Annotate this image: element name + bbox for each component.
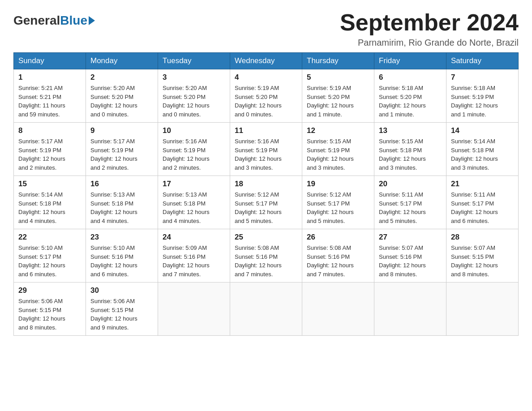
table-row: 10Sunrise: 5:16 AMSunset: 5:19 PMDayligh…	[158, 123, 230, 176]
day-number: 18	[235, 180, 297, 188]
calendar-title: September 2024	[340, 9, 519, 36]
day-info: Sunrise: 5:16 AMSunset: 5:19 PMDaylight:…	[235, 137, 297, 172]
day-number: 21	[451, 180, 514, 188]
table-row: 26Sunrise: 5:08 AMSunset: 5:16 PMDayligh…	[302, 229, 374, 283]
day-number: 14	[451, 126, 514, 135]
day-info: Sunrise: 5:18 AMSunset: 5:20 PMDaylight:…	[379, 84, 442, 119]
table-row: 24Sunrise: 5:09 AMSunset: 5:16 PMDayligh…	[158, 229, 230, 283]
table-row: 8Sunrise: 5:17 AMSunset: 5:19 PMDaylight…	[14, 123, 86, 176]
day-number: 24	[163, 233, 225, 242]
day-info: Sunrise: 5:10 AMSunset: 5:17 PMDaylight:…	[18, 244, 81, 278]
table-row: 7Sunrise: 5:18 AMSunset: 5:19 PMDaylight…	[446, 69, 519, 123]
table-row: 11Sunrise: 5:16 AMSunset: 5:19 PMDayligh…	[230, 123, 302, 176]
day-info: Sunrise: 5:15 AMSunset: 5:18 PMDaylight:…	[379, 137, 442, 172]
calendar-body: 1Sunrise: 5:21 AMSunset: 5:21 PMDaylight…	[14, 69, 519, 336]
table-row: 16Sunrise: 5:13 AMSunset: 5:18 PMDayligh…	[86, 176, 158, 229]
week-row-3: 15Sunrise: 5:14 AMSunset: 5:18 PMDayligh…	[14, 176, 519, 229]
table-row: 27Sunrise: 5:07 AMSunset: 5:16 PMDayligh…	[374, 229, 446, 283]
calendar-table: Sunday Monday Tuesday Wednesday Thursday…	[13, 52, 519, 336]
day-info: Sunrise: 5:13 AMSunset: 5:18 PMDaylight:…	[163, 190, 225, 225]
day-number: 8	[18, 126, 81, 135]
day-info: Sunrise: 5:11 AMSunset: 5:17 PMDaylight:…	[451, 190, 514, 225]
col-header-friday: Friday	[374, 53, 446, 69]
col-header-monday: Monday	[86, 53, 158, 69]
col-header-saturday: Saturday	[446, 53, 519, 69]
day-number: 10	[163, 126, 225, 135]
day-number: 26	[307, 233, 369, 242]
day-number: 12	[307, 126, 369, 135]
day-info: Sunrise: 5:07 AMSunset: 5:15 PMDaylight:…	[451, 244, 514, 278]
day-info: Sunrise: 5:13 AMSunset: 5:18 PMDaylight:…	[90, 190, 153, 225]
day-number: 11	[235, 126, 297, 135]
logo: General Blue	[13, 13, 95, 28]
day-info: Sunrise: 5:12 AMSunset: 5:17 PMDaylight:…	[235, 190, 297, 225]
day-info: Sunrise: 5:17 AMSunset: 5:19 PMDaylight:…	[90, 137, 153, 172]
day-number: 28	[451, 233, 514, 242]
table-row: 23Sunrise: 5:10 AMSunset: 5:16 PMDayligh…	[86, 229, 158, 283]
day-number: 30	[90, 286, 153, 295]
table-row	[302, 283, 374, 336]
table-row	[158, 283, 230, 336]
table-row	[446, 283, 519, 336]
page-header: General Blue September 2024 Parnamirim, …	[13, 9, 519, 48]
col-header-thursday: Thursday	[302, 53, 374, 69]
calendar-subtitle: Parnamirim, Rio Grande do Norte, Brazil	[340, 38, 519, 48]
day-info: Sunrise: 5:14 AMSunset: 5:18 PMDaylight:…	[18, 190, 81, 225]
day-number: 3	[163, 73, 225, 82]
table-row: 14Sunrise: 5:14 AMSunset: 5:18 PMDayligh…	[446, 123, 519, 176]
day-info: Sunrise: 5:19 AMSunset: 5:20 PMDaylight:…	[235, 84, 297, 119]
day-info: Sunrise: 5:08 AMSunset: 5:16 PMDaylight:…	[307, 244, 369, 278]
table-row: 25Sunrise: 5:08 AMSunset: 5:16 PMDayligh…	[230, 229, 302, 283]
day-number: 22	[18, 233, 81, 242]
day-info: Sunrise: 5:06 AMSunset: 5:15 PMDaylight:…	[18, 297, 81, 332]
day-number: 9	[90, 126, 153, 135]
day-info: Sunrise: 5:11 AMSunset: 5:17 PMDaylight:…	[379, 190, 442, 225]
day-info: Sunrise: 5:09 AMSunset: 5:16 PMDaylight:…	[163, 244, 225, 278]
table-row: 17Sunrise: 5:13 AMSunset: 5:18 PMDayligh…	[158, 176, 230, 229]
day-info: Sunrise: 5:08 AMSunset: 5:16 PMDaylight:…	[235, 244, 297, 278]
logo-general-text: General	[13, 13, 60, 28]
logo-blue-text: Blue	[60, 13, 87, 28]
table-row	[374, 283, 446, 336]
day-number: 13	[379, 126, 442, 135]
week-row-5: 29Sunrise: 5:06 AMSunset: 5:15 PMDayligh…	[14, 283, 519, 336]
day-info: Sunrise: 5:20 AMSunset: 5:20 PMDaylight:…	[163, 84, 225, 119]
table-row: 13Sunrise: 5:15 AMSunset: 5:18 PMDayligh…	[374, 123, 446, 176]
day-number: 1	[18, 73, 81, 82]
week-row-1: 1Sunrise: 5:21 AMSunset: 5:21 PMDaylight…	[14, 69, 519, 123]
day-number: 25	[235, 233, 297, 242]
day-info: Sunrise: 5:19 AMSunset: 5:20 PMDaylight:…	[307, 84, 369, 119]
table-row: 18Sunrise: 5:12 AMSunset: 5:17 PMDayligh…	[230, 176, 302, 229]
table-row: 19Sunrise: 5:12 AMSunset: 5:17 PMDayligh…	[302, 176, 374, 229]
table-row	[230, 283, 302, 336]
table-row: 28Sunrise: 5:07 AMSunset: 5:15 PMDayligh…	[446, 229, 519, 283]
table-row: 29Sunrise: 5:06 AMSunset: 5:15 PMDayligh…	[14, 283, 86, 336]
day-info: Sunrise: 5:14 AMSunset: 5:18 PMDaylight:…	[451, 137, 514, 172]
day-number: 4	[235, 73, 297, 82]
day-info: Sunrise: 5:17 AMSunset: 5:19 PMDaylight:…	[18, 137, 81, 172]
logo-blue-part: Blue	[60, 13, 95, 28]
day-number: 23	[90, 233, 153, 242]
day-number: 2	[90, 73, 153, 82]
day-info: Sunrise: 5:18 AMSunset: 5:19 PMDaylight:…	[451, 84, 514, 119]
day-info: Sunrise: 5:12 AMSunset: 5:17 PMDaylight:…	[307, 190, 369, 225]
week-row-4: 22Sunrise: 5:10 AMSunset: 5:17 PMDayligh…	[14, 229, 519, 283]
col-header-tuesday: Tuesday	[158, 53, 230, 69]
day-info: Sunrise: 5:20 AMSunset: 5:20 PMDaylight:…	[90, 84, 153, 119]
table-row: 21Sunrise: 5:11 AMSunset: 5:17 PMDayligh…	[446, 176, 519, 229]
table-row: 6Sunrise: 5:18 AMSunset: 5:20 PMDaylight…	[374, 69, 446, 123]
table-row: 9Sunrise: 5:17 AMSunset: 5:19 PMDaylight…	[86, 123, 158, 176]
day-number: 16	[90, 180, 153, 188]
table-row: 4Sunrise: 5:19 AMSunset: 5:20 PMDaylight…	[230, 69, 302, 123]
table-row: 1Sunrise: 5:21 AMSunset: 5:21 PMDaylight…	[14, 69, 86, 123]
day-number: 20	[379, 180, 442, 188]
table-row: 15Sunrise: 5:14 AMSunset: 5:18 PMDayligh…	[14, 176, 86, 229]
day-info: Sunrise: 5:16 AMSunset: 5:19 PMDaylight:…	[163, 137, 225, 172]
day-number: 29	[18, 286, 81, 295]
table-row: 3Sunrise: 5:20 AMSunset: 5:20 PMDaylight…	[158, 69, 230, 123]
title-area: September 2024 Parnamirim, Rio Grande do…	[340, 9, 519, 48]
table-row: 12Sunrise: 5:15 AMSunset: 5:19 PMDayligh…	[302, 123, 374, 176]
col-header-wednesday: Wednesday	[230, 53, 302, 69]
day-number: 15	[18, 180, 81, 188]
col-header-sunday: Sunday	[14, 53, 86, 69]
